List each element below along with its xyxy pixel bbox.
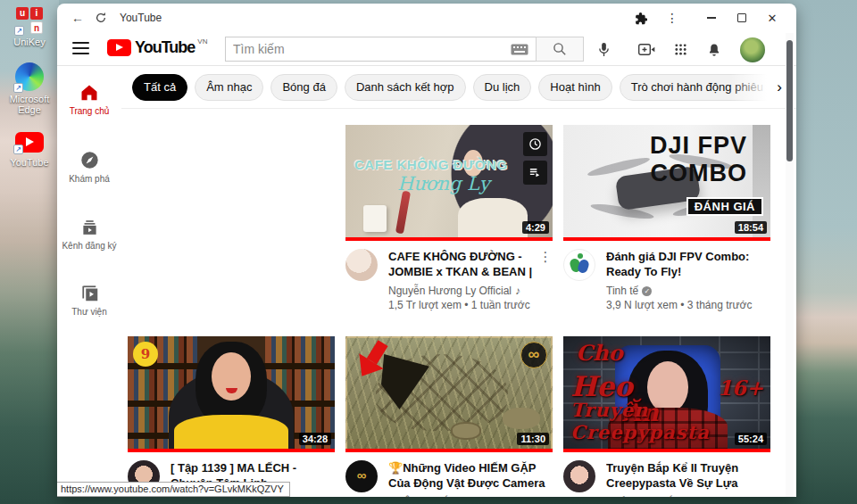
minimize-icon — [707, 17, 716, 19]
sidebar-item-label: Thư viện — [57, 307, 121, 317]
watch-progress-bar — [345, 449, 553, 452]
desktop-icon-label: UniKey — [2, 37, 57, 47]
subscriptions-icon — [80, 219, 99, 236]
scrollbar-thumb[interactable] — [786, 40, 793, 161]
age-rating-text: 16+ — [718, 376, 763, 400]
extensions-button[interactable] — [628, 7, 652, 29]
watch-later-button[interactable] — [523, 132, 547, 156]
edge-icon: ↗ — [15, 62, 44, 91]
video-title[interactable]: 🏆Những Video HIẾM GẶP Của Động Vật Được … — [388, 460, 553, 491]
search-button[interactable] — [536, 37, 584, 62]
chips-next-button[interactable]: › — [777, 78, 782, 96]
chip-mixes[interactable]: Danh sách kết hợp — [345, 74, 466, 101]
youtube-logo[interactable]: YouTube VN — [107, 39, 207, 56]
create-button[interactable] — [637, 40, 655, 58]
maximize-button[interactable] — [727, 6, 757, 29]
thumbnail-channel-logo: 9 — [133, 342, 158, 367]
microphone-icon — [597, 42, 611, 57]
close-button[interactable]: ✕ — [757, 6, 787, 29]
chip-football[interactable]: Bóng đá — [270, 74, 337, 101]
guide-menu-button[interactable] — [72, 42, 89, 58]
desktop-icon-unikey[interactable]: u i n ↗ UniKey — [2, 7, 57, 47]
close-icon: ✕ — [768, 12, 778, 25]
youtube-masthead: YouTube VN — [57, 32, 796, 66]
video-feed: CAFE KHÔNG ĐƯỜNG Hương Ly 4:29 — [121, 109, 784, 497]
browser-window: ← YouTube ⋮ ✕ YouTube VN — [57, 4, 796, 497]
duration-badge: 11:30 — [517, 433, 549, 445]
empty-grid-slot — [128, 125, 335, 312]
bell-icon — [707, 42, 721, 57]
channel-avatar[interactable] — [345, 249, 378, 281]
unikey-tile-n: n — [30, 21, 43, 34]
channel-name[interactable]: Bí ẩn cùng Bắp✓ — [606, 495, 770, 497]
watch-progress-bar — [563, 237, 770, 241]
channel-name[interactable]: Nguyễn Hương Ly Official♪ — [388, 284, 538, 298]
browser-menu-button[interactable]: ⋮ — [661, 11, 684, 25]
desktop-icon-label: Microsoft Edge — [2, 94, 57, 115]
shortcut-arrow-icon: ↗ — [13, 83, 23, 93]
desktop-icon-youtube[interactable]: ↗ YouTube — [2, 128, 57, 168]
video-thumbnail[interactable]: 9 34:28 — [128, 336, 335, 452]
video-card: DJI FPVCOMBO ĐÁNH GIÁ 18:54 Đánh giá DJI… — [563, 125, 770, 312]
video-thumbnail[interactable]: ∞ 11:30 — [345, 336, 553, 452]
tab-title: YouTube — [120, 12, 162, 24]
chip-music[interactable]: Âm nhạc — [195, 74, 263, 101]
keyboard-icon[interactable] — [511, 44, 528, 55]
thumbnail-art — [174, 415, 288, 452]
channel-avatar[interactable] — [563, 249, 595, 281]
duration-badge: 55:24 — [735, 433, 767, 445]
video-thumbnail[interactable]: DJI FPVCOMBO ĐÁNH GIÁ 18:54 — [563, 125, 770, 241]
thumbnail-text: DJI FPVCOMBO — [650, 132, 747, 187]
sidebar-item-home[interactable]: Trang chủ — [57, 82, 121, 116]
search-input[interactable] — [233, 42, 511, 56]
apps-button[interactable] — [671, 40, 689, 58]
mini-guide: Trang chủ Khám phá Kênh đăng ký Thư viện — [57, 67, 121, 497]
sidebar-item-subscriptions[interactable]: Kênh đăng ký — [57, 218, 121, 251]
clock-icon — [528, 137, 542, 151]
search-box — [225, 37, 536, 62]
voice-search-button[interactable] — [595, 40, 612, 58]
refresh-icon — [95, 12, 107, 24]
channel-name[interactable]: KHÔNG GIỚI HẠN NEW✓ — [388, 495, 553, 497]
chip-animation[interactable]: Hoạt hình — [538, 74, 612, 101]
queue-icon — [528, 166, 542, 179]
channel-avatar[interactable]: ∞ — [345, 460, 378, 492]
search-icon — [553, 42, 567, 56]
video-card: Cho Heo Ăn Truyện Creepypasta 16+ 55:24 … — [563, 336, 770, 497]
thumbnail-channel-logo: ∞ — [520, 342, 547, 368]
chip-all[interactable]: Tất cả — [132, 74, 187, 101]
add-to-queue-button[interactable] — [523, 161, 547, 185]
status-bar-url: https://www.youtube.com/watch?v=GLvkMKkQ… — [57, 482, 290, 497]
video-menu-button[interactable]: ⋮ — [538, 249, 553, 312]
page-scrollbar[interactable] — [786, 33, 794, 497]
channel-avatar[interactable] — [563, 460, 595, 492]
duration-badge: 4:29 — [522, 221, 549, 234]
play-triangle — [26, 137, 34, 146]
video-thumbnail[interactable]: Cho Heo Ăn Truyện Creepypasta 16+ 55:24 — [563, 336, 770, 452]
sidebar-item-explore[interactable]: Khám phá — [57, 149, 121, 184]
watch-progress-bar — [563, 449, 770, 452]
video-title[interactable]: CAFE KHÔNG ĐƯỜNG - JOMBIE x TKAN & BEAN … — [388, 249, 538, 279]
video-title[interactable]: Đánh giá DJI FPV Combo: Ready To Fly! — [606, 249, 770, 279]
notifications-button[interactable] — [705, 40, 723, 58]
thumbnail-text: Heo — [570, 370, 633, 402]
thumbnail-art — [503, 408, 540, 429]
minimize-button[interactable] — [696, 6, 727, 29]
sidebar-item-label: Kênh đăng ký — [57, 241, 121, 251]
refresh-button[interactable] — [89, 7, 112, 29]
back-button[interactable]: ← — [66, 7, 89, 29]
video-card: CAFE KHÔNG ĐƯỜNG Hương Ly 4:29 — [345, 125, 553, 312]
compass-icon — [80, 151, 99, 169]
video-thumbnail[interactable]: CAFE KHÔNG ĐƯỜNG Hương Ly 4:29 — [345, 125, 553, 241]
sidebar-item-label: Khám phá — [57, 174, 121, 184]
thumbnail-text: Cho — [576, 340, 623, 366]
chip-travel[interactable]: Du lịch — [473, 74, 532, 101]
channel-name[interactable]: Tinh tế✓ — [606, 284, 770, 298]
desktop-icon-edge[interactable]: ↗ Microsoft Edge — [2, 62, 57, 115]
video-title[interactable]: Truyện Bắp Kể II Truyện Creepypasta Về S… — [606, 460, 770, 491]
sidebar-item-library[interactable]: Thư viện — [57, 283, 121, 317]
shortcut-arrow-icon: ↗ — [13, 145, 23, 154]
account-avatar[interactable] — [740, 37, 765, 62]
thumbnail-art — [458, 198, 528, 241]
official-artist-icon: ♪ — [515, 285, 520, 297]
